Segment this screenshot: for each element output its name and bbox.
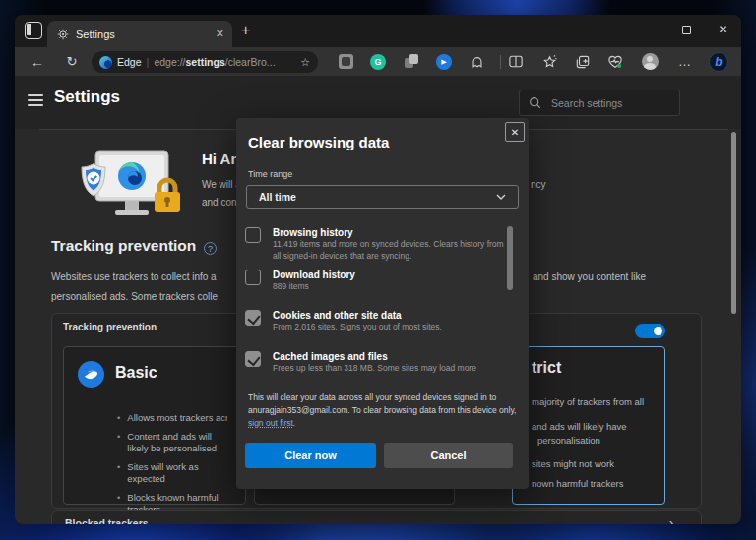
edge-logo-icon bbox=[99, 56, 112, 69]
tracking-prevention-card-label: Tracking prevention bbox=[63, 322, 157, 332]
page-title: Settings bbox=[54, 88, 120, 107]
tab-settings[interactable]: Settings ✕ bbox=[47, 21, 232, 47]
address-bar[interactable]: Edge | edge://settings/clearBro... ☆ bbox=[92, 51, 318, 73]
item-desc: From 2,016 sites. Signs you out of most … bbox=[273, 322, 507, 333]
profile-avatar[interactable] bbox=[640, 47, 660, 76]
minimize-button[interactable]: ─ bbox=[632, 15, 668, 44]
more-menu-icon[interactable]: … bbox=[675, 47, 695, 76]
tracking-prevention-heading: Tracking prevention bbox=[51, 237, 196, 255]
edge-chip-label: Edge bbox=[117, 56, 142, 68]
close-button[interactable]: ✕ bbox=[705, 15, 741, 44]
sign-out-link[interactable]: sign out first bbox=[248, 418, 293, 428]
clear-now-button[interactable]: Clear now bbox=[245, 443, 376, 468]
item-desc: Frees up less than 318 MB. Some sites ma… bbox=[273, 363, 507, 375]
blocked-trackers-label: Blocked trackers bbox=[65, 517, 149, 524]
item-label: Cached images and files bbox=[273, 350, 507, 363]
tab-actions-icon[interactable] bbox=[25, 22, 42, 39]
strict-bullet: sites might not work bbox=[532, 458, 614, 469]
cookies-checkbox[interactable] bbox=[245, 310, 261, 326]
copilot-icon[interactable]: b bbox=[707, 47, 730, 76]
tab-bar: Settings ✕ + ─ ✕ bbox=[15, 15, 741, 47]
time-range-dropdown[interactable]: All time bbox=[246, 185, 519, 209]
dialog-footer-text: This will clear your data across all you… bbox=[248, 391, 522, 430]
maximize-button[interactable] bbox=[668, 15, 705, 44]
strict-bullet: majority of trackers from all bbox=[532, 396, 644, 407]
refresh-button[interactable]: ↻ bbox=[61, 47, 83, 76]
favorites-icon[interactable] bbox=[540, 47, 558, 76]
tracking-paragraph-line1: Websites use trackers to collect info a bbox=[51, 271, 217, 282]
basic-bullet: •Sites will work as expected bbox=[117, 461, 227, 485]
chevron-right-icon: › bbox=[669, 515, 673, 524]
browsing-history-checkbox[interactable] bbox=[245, 227, 261, 243]
dialog-scrollbar[interactable] bbox=[507, 226, 513, 290]
cancel-button[interactable]: Cancel bbox=[384, 443, 513, 468]
favorite-star-icon[interactable]: ☆ bbox=[300, 56, 310, 69]
item-label: Cookies and other site data bbox=[273, 309, 507, 322]
strict-bullet: and ads will likely have bbox=[532, 421, 627, 432]
tracking-paragraph-line1-right: and show you content like bbox=[533, 271, 646, 282]
dialog-close-button[interactable]: ✕ bbox=[505, 122, 525, 142]
clear-browsing-data-dialog: ✕ Clear browsing data Time range All tim… bbox=[236, 118, 529, 489]
play-circle-extension-icon[interactable]: ▶ bbox=[435, 47, 453, 76]
desktop-wallpaper: Settings ✕ + ─ ✕ ← ↻ Edge | edge://setti… bbox=[0, 0, 756, 540]
clear-item-cached-images[interactable]: Cached images and files Frees up less th… bbox=[236, 350, 512, 375]
settings-search-box[interactable] bbox=[519, 90, 680, 116]
item-label: Download history bbox=[273, 269, 507, 281]
item-desc: 889 items bbox=[273, 281, 507, 293]
account-email: anuragjain353@gmail.com bbox=[248, 405, 347, 415]
tracking-prevention-toggle[interactable] bbox=[635, 324, 665, 338]
browser-window: Settings ✕ + ─ ✕ ← ↻ Edge | edge://setti… bbox=[15, 15, 741, 524]
search-input[interactable] bbox=[549, 96, 662, 110]
collections-icon[interactable] bbox=[574, 47, 592, 76]
search-icon bbox=[529, 96, 541, 109]
dialog-title: Clear browsing data bbox=[248, 134, 389, 150]
settings-page: Settings bbox=[15, 76, 741, 524]
help-icon[interactable]: ? bbox=[204, 242, 217, 255]
split-screen-icon[interactable] bbox=[507, 47, 525, 76]
strict-card-title: trict bbox=[532, 359, 561, 377]
time-range-value: All time bbox=[259, 191, 296, 203]
profile-text-line1-right: ncy bbox=[531, 179, 546, 190]
extension-icon[interactable] bbox=[337, 47, 354, 76]
cached-images-checkbox[interactable] bbox=[245, 351, 261, 367]
basic-bullet: •Content and ads will likely be personal… bbox=[117, 431, 227, 454]
strict-bullet: nown harmful trackers bbox=[532, 478, 623, 489]
browser-essentials-icon[interactable] bbox=[605, 47, 625, 76]
grammarly-icon[interactable]: G bbox=[369, 47, 387, 76]
ghost-extension-icon[interactable] bbox=[469, 47, 486, 76]
chevron-down-icon bbox=[496, 194, 506, 200]
basic-bullet-list: •Allows most trackers across all sites •… bbox=[78, 412, 227, 515]
basic-card-title: Basic bbox=[115, 364, 158, 382]
item-label: Browsing history bbox=[273, 226, 507, 239]
privacy-illustration bbox=[64, 146, 192, 224]
basic-level-icon bbox=[78, 361, 104, 388]
new-tab-button[interactable]: + bbox=[241, 23, 250, 38]
tab-title: Settings bbox=[76, 29, 209, 40]
basic-card[interactable]: Basic •Allows most trackers across all s… bbox=[63, 346, 246, 505]
download-history-checkbox[interactable] bbox=[245, 270, 261, 285]
tab-close-icon[interactable]: ✕ bbox=[216, 28, 224, 40]
url-text[interactable]: edge://settings/clearBro... bbox=[154, 56, 295, 68]
browser-toolbar: ← ↻ Edge | edge://settings/clearBro... ☆… bbox=[15, 47, 741, 76]
time-range-label: Time range bbox=[248, 169, 292, 179]
copy-shapes-extension-icon[interactable] bbox=[403, 47, 420, 76]
gear-icon bbox=[57, 29, 69, 40]
menu-icon[interactable] bbox=[28, 94, 43, 106]
strict-bullet: personalisation bbox=[537, 435, 600, 446]
clear-item-cookies[interactable]: Cookies and other site data From 2,016 s… bbox=[236, 309, 512, 333]
back-button[interactable]: ← bbox=[27, 47, 48, 76]
basic-bullet: •Allows most trackers across all sites bbox=[117, 412, 227, 424]
clear-item-browsing-history[interactable]: Browsing history 11,419 items and more o… bbox=[236, 226, 512, 262]
item-desc: 11,419 items and more on synced devices.… bbox=[273, 239, 507, 262]
clear-item-download-history[interactable]: Download history 889 items bbox=[236, 269, 512, 293]
blocked-trackers-row[interactable]: Blocked trackers › bbox=[51, 510, 702, 524]
tracking-paragraph-line2: personalised ads. Some trackers colle bbox=[51, 291, 218, 302]
page-scrollbar[interactable] bbox=[731, 132, 736, 314]
